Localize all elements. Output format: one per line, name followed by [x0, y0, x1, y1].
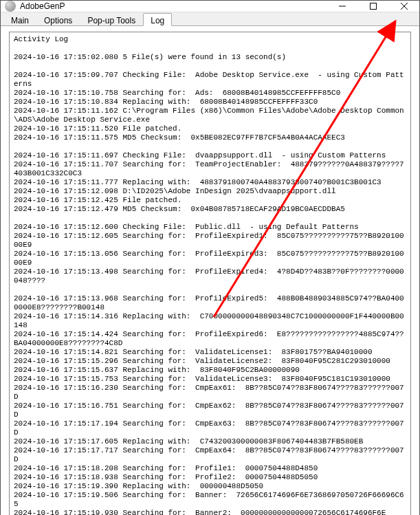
maximize-button[interactable] [357, 1, 388, 12]
minimize-button[interactable] [327, 1, 357, 12]
svg-rect-0 [370, 3, 376, 10]
tab-log[interactable]: Log [143, 13, 172, 26]
activity-log-text: Activity Log 2024-10-16 17:15:02.080 5 F… [14, 35, 406, 515]
app-window: AdobeGenP Main Options Pop-up Tools Log … [0, 0, 420, 515]
tab-content: Activity Log 2024-10-16 17:15:02.080 5 F… [1, 26, 419, 515]
titlebar: AdobeGenP [1, 1, 419, 12]
tab-popup-tools[interactable]: Pop-up Tools [80, 13, 143, 26]
window-controls [327, 1, 419, 12]
window-title: AdobeGenP [20, 1, 327, 11]
app-icon [5, 1, 16, 12]
activity-log-box[interactable]: Activity Log 2024-10-16 17:15:02.080 5 F… [9, 32, 411, 515]
tab-main[interactable]: Main [3, 13, 36, 26]
tab-strip: Main Options Pop-up Tools Log [1, 12, 419, 26]
close-button[interactable] [388, 1, 419, 12]
tab-options[interactable]: Options [36, 13, 80, 26]
